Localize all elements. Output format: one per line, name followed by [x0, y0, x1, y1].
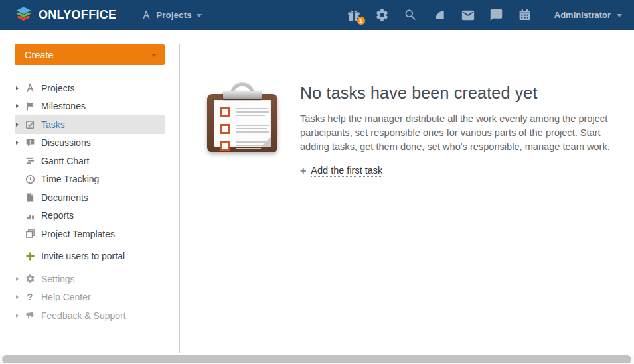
checkbox-graphic: [220, 124, 230, 134]
invite-users-link[interactable]: Invite users to portal: [15, 247, 165, 266]
feed-icon[interactable]: [432, 7, 447, 23]
reports-icon: [25, 210, 35, 221]
plus-icon: [25, 251, 35, 261]
milestones-icon: [25, 101, 35, 111]
projects-icon: [25, 83, 35, 93]
paper-text-line: [236, 108, 268, 109]
chevron-down-icon: [151, 54, 157, 57]
user-menu[interactable]: Administrator: [554, 10, 622, 20]
megaphone-icon: [25, 310, 35, 321]
empty-state-description: Tasks help the manager distribute all th…: [300, 112, 629, 154]
expand-arrow-icon[interactable]: [16, 104, 25, 108]
sidebar-item-time-tracking[interactable]: Time Tracking: [15, 170, 165, 189]
add-first-task-label: Add the first task: [311, 165, 382, 177]
paper-text-line: [236, 148, 261, 149]
paper-text-line: [236, 141, 268, 143]
module-label: Projects: [156, 10, 191, 20]
sidebar-item-help-center[interactable]: ? Help Center: [15, 288, 165, 307]
sidebar-item-milestones[interactable]: Milestones: [15, 97, 165, 116]
sidebar-item-discussions[interactable]: Discussions: [15, 134, 165, 152]
sidebar-item-label: Discussions: [41, 137, 91, 148]
sidebar-item-label: Help Center: [41, 292, 91, 302]
sidebar-item-gantt-chart[interactable]: Gantt Chart: [15, 152, 165, 170]
sidebar-item-label: Settings: [41, 274, 75, 284]
sidebar: Create Projects Milestones: [0, 30, 179, 355]
module-selector-projects[interactable]: Projects: [141, 10, 201, 20]
plus-icon: +: [300, 166, 306, 176]
page-title: No tasks have been created yet: [300, 84, 629, 103]
top-navbar: ONLYOFFICE Projects 1: [0, 0, 634, 30]
paper-text-line: [236, 128, 267, 129]
gift-icon[interactable]: 1: [346, 7, 362, 23]
paper-text-line: [236, 131, 269, 133]
project-templates-icon: [25, 229, 35, 239]
tasks-icon: [25, 119, 35, 130]
sidebar-item-documents[interactable]: Documents: [15, 188, 165, 207]
navbar-icons: 1: [346, 7, 533, 23]
sidebar-item-label: Projects: [41, 83, 75, 93]
mail-icon[interactable]: [460, 7, 476, 23]
sidebar-item-label: Tasks: [41, 119, 65, 130]
time-tracking-icon: [25, 174, 35, 184]
create-button[interactable]: Create: [15, 44, 165, 65]
empty-tasks-illustration: [206, 82, 279, 154]
sidebar-divider: [179, 44, 180, 353]
expand-arrow-icon[interactable]: [16, 86, 25, 90]
sidebar-item-feedback-support[interactable]: Feedback & Support: [15, 306, 165, 325]
sidebar-item-label: Project Templates: [41, 229, 115, 239]
gift-badge: 1: [357, 16, 366, 25]
chat-icon[interactable]: [489, 7, 505, 23]
clipboard-clip: [223, 91, 262, 99]
main-content: No tasks have been created yet Tasks hel…: [179, 30, 634, 355]
sidebar-item-label: Milestones: [41, 101, 86, 111]
brand-name: ONLYOFFICE: [39, 8, 116, 22]
sidebar-item-label: Gantt Chart: [41, 156, 89, 166]
gear-icon: [25, 274, 35, 284]
paper-text-line: [236, 145, 266, 146]
sidebar-item-project-templates[interactable]: Project Templates: [15, 225, 165, 243]
onlyoffice-logo[interactable]: ONLYOFFICE: [15, 6, 116, 24]
sidebar-item-tasks[interactable]: Tasks: [15, 115, 165, 134]
discussions-icon: [25, 137, 35, 148]
sidebar-item-label: Feedback & Support: [41, 310, 126, 321]
sidebar-menu: Projects Milestones Tasks: [0, 79, 179, 325]
sidebar-item-settings[interactable]: Settings: [15, 270, 165, 288]
projects-module-icon: [141, 10, 151, 20]
expand-arrow-icon[interactable]: [16, 123, 25, 127]
chevron-down-icon: [617, 14, 622, 17]
paper-text-line: [236, 125, 269, 126]
question-mark-icon: ?: [25, 292, 35, 302]
checkbox-graphic: [220, 107, 230, 117]
paper-text-line: [236, 115, 265, 116]
expand-arrow-icon[interactable]: [16, 295, 25, 299]
sidebar-item-label: Reports: [41, 210, 74, 221]
empty-state-panel: No tasks have been created yet Tasks hel…: [300, 82, 629, 355]
onlyoffice-layers-icon: [15, 6, 33, 24]
add-first-task-button[interactable]: + Add the first task: [300, 165, 382, 177]
create-button-label: Create: [25, 50, 54, 60]
expand-arrow-icon[interactable]: [16, 277, 25, 281]
documents-icon: [25, 192, 35, 203]
gantt-chart-icon: [25, 156, 35, 166]
expand-arrow-icon[interactable]: [16, 141, 25, 145]
expand-arrow-icon[interactable]: [16, 314, 25, 318]
sidebar-item-reports[interactable]: Reports: [15, 207, 165, 225]
invite-users-label: Invite users to portal: [41, 251, 125, 261]
chevron-down-icon: [197, 14, 202, 17]
horizontal-scrollbar[interactable]: [0, 355, 634, 364]
settings-icon[interactable]: [374, 7, 390, 23]
scrollbar-thumb[interactable]: [2, 355, 631, 363]
sidebar-item-projects[interactable]: Projects: [15, 79, 165, 97]
user-name: Administrator: [554, 10, 611, 20]
search-icon[interactable]: [403, 7, 419, 23]
sidebar-footer-menu: Settings ? Help Center Feedback & Suppor…: [0, 270, 179, 325]
checkbox-graphic: [220, 141, 230, 151]
paper-text-line: [236, 111, 269, 113]
calendar-icon[interactable]: [517, 7, 533, 23]
sidebar-item-label: Documents: [41, 192, 88, 203]
sidebar-item-label: Time Tracking: [41, 174, 99, 184]
